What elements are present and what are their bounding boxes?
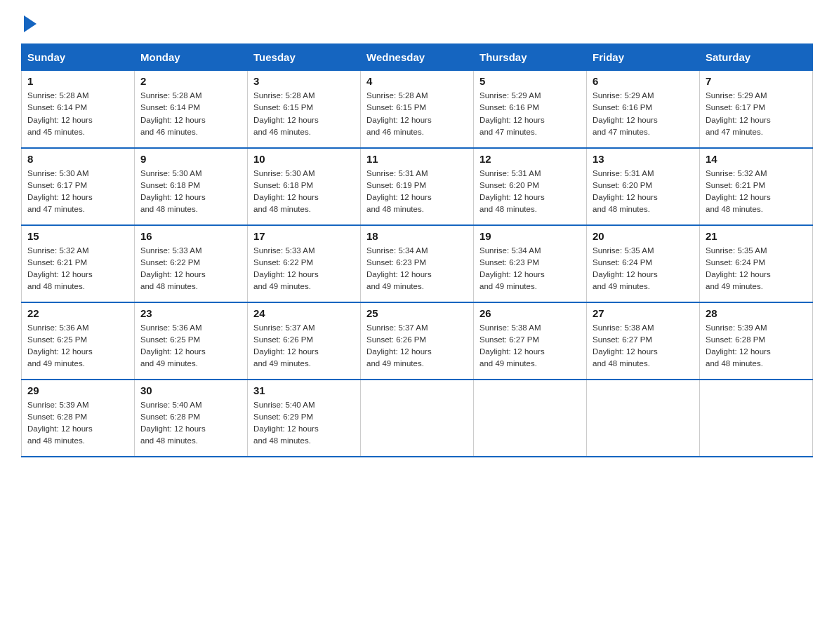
day-number: 6 bbox=[593, 75, 694, 87]
day-info: Sunrise: 5:30 AM Sunset: 6:18 PM Dayligh… bbox=[140, 168, 241, 216]
column-header-sunday: Sunday bbox=[22, 44, 135, 71]
calendar-day-cell bbox=[587, 380, 700, 457]
day-number: 19 bbox=[479, 230, 581, 242]
calendar-day-cell: 20 Sunrise: 5:35 AM Sunset: 6:24 PM Dayl… bbox=[587, 225, 700, 302]
calendar-day-cell: 15 Sunrise: 5:32 AM Sunset: 6:21 PM Dayl… bbox=[22, 225, 135, 302]
calendar-day-cell: 21 Sunrise: 5:35 AM Sunset: 6:24 PM Dayl… bbox=[700, 225, 813, 302]
calendar-day-cell: 27 Sunrise: 5:38 AM Sunset: 6:27 PM Dayl… bbox=[587, 302, 700, 380]
day-number: 30 bbox=[140, 384, 241, 396]
day-number: 10 bbox=[253, 153, 355, 165]
calendar-day-cell: 8 Sunrise: 5:30 AM Sunset: 6:17 PM Dayli… bbox=[22, 148, 135, 225]
day-number: 28 bbox=[706, 307, 807, 319]
day-info: Sunrise: 5:40 AM Sunset: 6:29 PM Dayligh… bbox=[253, 399, 355, 448]
day-number: 23 bbox=[140, 307, 241, 319]
day-number: 2 bbox=[140, 75, 241, 87]
calendar-day-cell: 16 Sunrise: 5:33 AM Sunset: 6:22 PM Dayl… bbox=[135, 225, 248, 302]
day-number: 22 bbox=[27, 307, 128, 319]
calendar-day-cell: 31 Sunrise: 5:40 AM Sunset: 6:29 PM Dayl… bbox=[248, 380, 361, 457]
day-info: Sunrise: 5:33 AM Sunset: 6:22 PM Dayligh… bbox=[140, 245, 241, 293]
day-info: Sunrise: 5:34 AM Sunset: 6:23 PM Dayligh… bbox=[479, 245, 581, 293]
day-number: 17 bbox=[253, 230, 355, 242]
calendar-day-cell: 23 Sunrise: 5:36 AM Sunset: 6:25 PM Dayl… bbox=[135, 302, 248, 380]
day-info: Sunrise: 5:28 AM Sunset: 6:15 PM Dayligh… bbox=[253, 90, 355, 138]
calendar-day-cell: 13 Sunrise: 5:31 AM Sunset: 6:20 PM Dayl… bbox=[587, 148, 700, 225]
day-info: Sunrise: 5:38 AM Sunset: 6:27 PM Dayligh… bbox=[479, 322, 581, 370]
logo-top bbox=[21, 14, 37, 32]
day-info: Sunrise: 5:29 AM Sunset: 6:16 PM Dayligh… bbox=[593, 90, 694, 138]
calendar-day-cell: 30 Sunrise: 5:40 AM Sunset: 6:28 PM Dayl… bbox=[135, 380, 248, 457]
calendar-week-row: 1 Sunrise: 5:28 AM Sunset: 6:14 PM Dayli… bbox=[22, 71, 813, 148]
day-info: Sunrise: 5:30 AM Sunset: 6:18 PM Dayligh… bbox=[253, 168, 355, 216]
calendar-day-cell: 6 Sunrise: 5:29 AM Sunset: 6:16 PM Dayli… bbox=[587, 71, 700, 148]
day-number: 20 bbox=[593, 230, 694, 242]
day-info: Sunrise: 5:39 AM Sunset: 6:28 PM Dayligh… bbox=[706, 322, 807, 370]
calendar-day-cell: 10 Sunrise: 5:30 AM Sunset: 6:18 PM Dayl… bbox=[248, 148, 361, 225]
day-number: 9 bbox=[140, 153, 241, 165]
day-info: Sunrise: 5:28 AM Sunset: 6:14 PM Dayligh… bbox=[140, 90, 241, 138]
day-info: Sunrise: 5:31 AM Sunset: 6:19 PM Dayligh… bbox=[366, 168, 468, 216]
day-info: Sunrise: 5:34 AM Sunset: 6:23 PM Dayligh… bbox=[366, 245, 468, 293]
calendar-day-cell: 29 Sunrise: 5:39 AM Sunset: 6:28 PM Dayl… bbox=[22, 380, 135, 457]
day-number: 15 bbox=[27, 230, 128, 242]
day-info: Sunrise: 5:32 AM Sunset: 6:21 PM Dayligh… bbox=[27, 245, 128, 293]
day-info: Sunrise: 5:29 AM Sunset: 6:16 PM Dayligh… bbox=[479, 90, 581, 138]
column-header-saturday: Saturday bbox=[700, 44, 813, 71]
day-number: 29 bbox=[27, 384, 128, 396]
day-info: Sunrise: 5:38 AM Sunset: 6:27 PM Dayligh… bbox=[593, 322, 694, 370]
page-header bbox=[21, 14, 813, 29]
day-info: Sunrise: 5:30 AM Sunset: 6:17 PM Dayligh… bbox=[27, 168, 128, 216]
calendar-day-cell bbox=[474, 380, 587, 457]
day-number: 4 bbox=[366, 75, 468, 87]
column-header-monday: Monday bbox=[135, 44, 248, 71]
calendar-week-row: 29 Sunrise: 5:39 AM Sunset: 6:28 PM Dayl… bbox=[22, 380, 813, 457]
calendar-day-cell: 17 Sunrise: 5:33 AM Sunset: 6:22 PM Dayl… bbox=[248, 225, 361, 302]
day-info: Sunrise: 5:37 AM Sunset: 6:26 PM Dayligh… bbox=[253, 322, 355, 370]
day-number: 25 bbox=[366, 307, 468, 319]
day-number: 31 bbox=[253, 384, 355, 396]
day-number: 12 bbox=[479, 153, 581, 165]
calendar-day-cell bbox=[700, 380, 813, 457]
calendar-day-cell: 12 Sunrise: 5:31 AM Sunset: 6:20 PM Dayl… bbox=[474, 148, 587, 225]
day-info: Sunrise: 5:36 AM Sunset: 6:25 PM Dayligh… bbox=[140, 322, 241, 370]
calendar-week-row: 15 Sunrise: 5:32 AM Sunset: 6:21 PM Dayl… bbox=[22, 225, 813, 302]
column-header-wednesday: Wednesday bbox=[361, 44, 474, 71]
day-number: 7 bbox=[706, 75, 807, 87]
calendar-day-cell: 7 Sunrise: 5:29 AM Sunset: 6:17 PM Dayli… bbox=[700, 71, 813, 148]
day-info: Sunrise: 5:28 AM Sunset: 6:15 PM Dayligh… bbox=[366, 90, 468, 138]
day-number: 24 bbox=[253, 307, 355, 319]
day-number: 11 bbox=[366, 153, 468, 165]
calendar-day-cell: 1 Sunrise: 5:28 AM Sunset: 6:14 PM Dayli… bbox=[22, 71, 135, 148]
day-number: 27 bbox=[593, 307, 694, 319]
day-info: Sunrise: 5:32 AM Sunset: 6:21 PM Dayligh… bbox=[706, 168, 807, 216]
day-info: Sunrise: 5:29 AM Sunset: 6:17 PM Dayligh… bbox=[706, 90, 807, 138]
day-info: Sunrise: 5:31 AM Sunset: 6:20 PM Dayligh… bbox=[479, 168, 581, 216]
day-info: Sunrise: 5:33 AM Sunset: 6:22 PM Dayligh… bbox=[253, 245, 355, 293]
day-info: Sunrise: 5:40 AM Sunset: 6:28 PM Dayligh… bbox=[140, 399, 241, 448]
day-number: 16 bbox=[140, 230, 241, 242]
calendar-day-cell: 9 Sunrise: 5:30 AM Sunset: 6:18 PM Dayli… bbox=[135, 148, 248, 225]
day-number: 8 bbox=[27, 153, 128, 165]
day-info: Sunrise: 5:28 AM Sunset: 6:14 PM Dayligh… bbox=[27, 90, 128, 138]
calendar-day-cell: 2 Sunrise: 5:28 AM Sunset: 6:14 PM Dayli… bbox=[135, 71, 248, 148]
calendar-day-cell: 18 Sunrise: 5:34 AM Sunset: 6:23 PM Dayl… bbox=[361, 225, 474, 302]
column-header-tuesday: Tuesday bbox=[248, 44, 361, 71]
logo-arrow-icon bbox=[24, 15, 37, 32]
day-info: Sunrise: 5:35 AM Sunset: 6:24 PM Dayligh… bbox=[593, 245, 694, 293]
day-number: 13 bbox=[593, 153, 694, 165]
calendar-day-cell: 5 Sunrise: 5:29 AM Sunset: 6:16 PM Dayli… bbox=[474, 71, 587, 148]
calendar-day-cell: 28 Sunrise: 5:39 AM Sunset: 6:28 PM Dayl… bbox=[700, 302, 813, 380]
day-number: 5 bbox=[479, 75, 581, 87]
calendar-day-cell: 4 Sunrise: 5:28 AM Sunset: 6:15 PM Dayli… bbox=[361, 71, 474, 148]
day-number: 3 bbox=[253, 75, 355, 87]
day-info: Sunrise: 5:35 AM Sunset: 6:24 PM Dayligh… bbox=[706, 245, 807, 293]
day-info: Sunrise: 5:36 AM Sunset: 6:25 PM Dayligh… bbox=[27, 322, 128, 370]
calendar-table: SundayMondayTuesdayWednesdayThursdayFrid… bbox=[21, 43, 813, 457]
calendar-day-cell: 19 Sunrise: 5:34 AM Sunset: 6:23 PM Dayl… bbox=[474, 225, 587, 302]
calendar-day-cell: 14 Sunrise: 5:32 AM Sunset: 6:21 PM Dayl… bbox=[700, 148, 813, 225]
logo bbox=[21, 14, 37, 29]
day-number: 21 bbox=[706, 230, 807, 242]
column-header-friday: Friday bbox=[587, 44, 700, 71]
calendar-day-cell: 22 Sunrise: 5:36 AM Sunset: 6:25 PM Dayl… bbox=[22, 302, 135, 380]
day-info: Sunrise: 5:31 AM Sunset: 6:20 PM Dayligh… bbox=[593, 168, 694, 216]
calendar-day-cell: 25 Sunrise: 5:37 AM Sunset: 6:26 PM Dayl… bbox=[361, 302, 474, 380]
